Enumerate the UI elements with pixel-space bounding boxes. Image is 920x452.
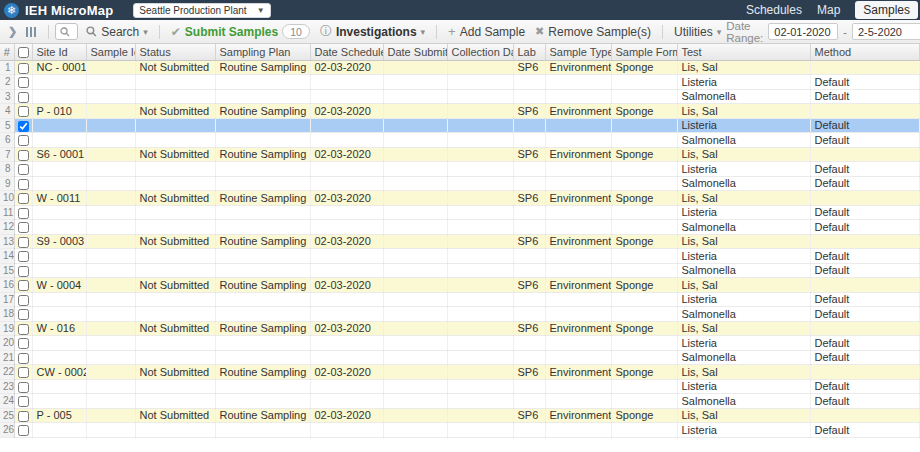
column-chooser-icon[interactable] [26, 27, 36, 37]
row-checkbox[interactable] [18, 280, 29, 291]
row-checkbox[interactable] [18, 164, 29, 175]
select-all-checkbox[interactable] [18, 47, 29, 58]
table-row[interactable]: 21 Salmonella Default [0, 350, 920, 365]
col-header-sample-id[interactable]: Sample Id [86, 44, 135, 60]
table-row[interactable]: 23 Listeria Default [0, 379, 920, 394]
row-checkbox[interactable] [18, 367, 29, 378]
row-checkbox[interactable] [18, 77, 29, 88]
row-checkbox-cell [14, 336, 32, 351]
row-checkbox[interactable] [18, 135, 29, 146]
row-checkbox[interactable] [18, 353, 29, 364]
search-input-box[interactable] [55, 23, 78, 40]
submit-samples-button[interactable]: ✔ Submit Samples 10 [171, 24, 310, 39]
col-header-site-id[interactable]: Site Id [32, 44, 86, 60]
row-checkbox[interactable] [18, 193, 29, 204]
table-row[interactable]: 24 Salmonella Default [0, 394, 920, 409]
cell-sampling-plan [215, 176, 310, 191]
row-number: 7 [0, 147, 14, 162]
table-row[interactable]: 9 Salmonella Default [0, 176, 920, 191]
row-checkbox[interactable] [18, 179, 29, 190]
table-row[interactable]: 17 Listeria Default [0, 292, 920, 307]
cell-status: Not Submitted [135, 234, 215, 249]
cell-test: Salmonella [677, 394, 810, 409]
row-checkbox[interactable] [18, 92, 29, 103]
col-header-test[interactable]: Test [677, 44, 810, 60]
cell-sample-id [86, 292, 135, 307]
expand-panel-icon[interactable]: ❯ [8, 25, 17, 38]
col-header-lab[interactable]: Lab [513, 44, 545, 60]
row-checkbox[interactable] [18, 63, 29, 74]
row-checkbox[interactable] [18, 251, 29, 262]
row-checkbox[interactable] [18, 396, 29, 407]
cell-sample-type [545, 249, 611, 264]
col-header-collection-date[interactable]: Collection Date [447, 44, 513, 60]
date-to-input[interactable] [852, 23, 920, 40]
table-row[interactable]: 8 Listeria Default [0, 162, 920, 177]
row-checkbox[interactable] [18, 382, 29, 393]
col-header-sample-form[interactable]: Sample Form [611, 44, 677, 60]
nav-samples-active[interactable]: Samples [855, 1, 918, 19]
row-checkbox[interactable] [18, 295, 29, 306]
table-row[interactable]: 15 Salmonella Default [0, 263, 920, 278]
cell-date-scheduled [310, 220, 383, 235]
col-header-sample-type[interactable]: Sample Type [545, 44, 611, 60]
col-header-method[interactable]: Method [810, 44, 920, 60]
cell-lab: SP6 [513, 234, 545, 249]
table-row[interactable]: 2 Listeria Default [0, 75, 920, 90]
search-input[interactable] [70, 26, 73, 38]
table-row[interactable]: 12 Salmonella Default [0, 220, 920, 235]
table-row[interactable]: 13 S9 - 0003 Not Submitted Routine Sampl… [0, 234, 920, 249]
row-checkbox[interactable] [18, 106, 29, 117]
col-header-date-submitted[interactable]: Date Submitted [383, 44, 447, 60]
remove-samples-button[interactable]: ✖ Remove Sample(s) [535, 25, 651, 39]
utilities-button[interactable]: Utilities ▾ [674, 25, 721, 39]
table-row[interactable]: 10 W - 0011 Not Submitted Routine Sampli… [0, 191, 920, 206]
row-checkbox[interactable] [18, 425, 29, 436]
cell-sample-type [545, 162, 611, 177]
cell-date-scheduled [310, 118, 383, 133]
row-checkbox[interactable] [18, 150, 29, 161]
table-row[interactable]: 1 NC - 0001 Not Submitted Routine Sampli… [0, 60, 920, 75]
table-row[interactable]: 19 W - 016 Not Submitted Routine Samplin… [0, 321, 920, 336]
table-row[interactable]: 11 Listeria Default [0, 205, 920, 220]
cell-method: Default [810, 205, 920, 220]
table-row[interactable]: 4 P - 010 Not Submitted Routine Sampling… [0, 104, 920, 119]
row-number: 10 [0, 191, 14, 206]
row-checkbox[interactable] [18, 121, 29, 132]
search-button[interactable]: Search ▾ [86, 25, 148, 39]
col-header-sampling-plan[interactable]: Sampling Plan [215, 44, 310, 60]
col-header-date-scheduled[interactable]: Date Scheduled [310, 44, 383, 60]
table-row[interactable]: 20 Listeria Default [0, 336, 920, 351]
cell-method [810, 147, 920, 162]
cell-date-scheduled [310, 75, 383, 90]
row-checkbox[interactable] [18, 237, 29, 248]
table-row[interactable]: 25 P - 005 Not Submitted Routine Samplin… [0, 408, 920, 423]
cell-lab: SP6 [513, 60, 545, 75]
table-row[interactable]: 3 Salmonella Default [0, 89, 920, 104]
row-checkbox[interactable] [18, 324, 29, 335]
cell-date-scheduled [310, 249, 383, 264]
table-row[interactable]: 5 Listeria Default [0, 118, 920, 133]
table-row[interactable]: 22 CW - 0002 Not Submitted Routine Sampl… [0, 365, 920, 380]
add-sample-button[interactable]: + Add Sample [448, 24, 525, 39]
row-checkbox[interactable] [18, 309, 29, 320]
table-row[interactable]: 18 Salmonella Default [0, 307, 920, 322]
row-checkbox[interactable] [18, 266, 29, 277]
plant-selector-dropdown[interactable]: Seattle Production Plant ▼ [133, 3, 270, 18]
row-checkbox[interactable] [18, 338, 29, 349]
row-checkbox[interactable] [18, 208, 29, 219]
table-row[interactable]: 14 Listeria Default [0, 249, 920, 264]
table-row[interactable]: 7 S6 - 0001 Not Submitted Routine Sampli… [0, 147, 920, 162]
table-row[interactable]: 6 Salmonella Default [0, 133, 920, 148]
table-row[interactable]: 16 W - 0004 Not Submitted Routine Sampli… [0, 278, 920, 293]
investigations-button[interactable]: ⓘ Investigations ▾ [320, 23, 425, 40]
table-row[interactable]: 26 Listeria Default [0, 423, 920, 438]
row-checkbox[interactable] [18, 411, 29, 422]
row-checkbox[interactable] [18, 222, 29, 233]
nav-schedules[interactable]: Schedules [746, 3, 802, 17]
date-from-input[interactable] [768, 23, 838, 40]
col-header-status[interactable]: Status [135, 44, 215, 60]
cell-site-id: P - 010 [32, 104, 86, 119]
nav-map[interactable]: Map [817, 3, 840, 17]
row-number: 4 [0, 104, 14, 119]
